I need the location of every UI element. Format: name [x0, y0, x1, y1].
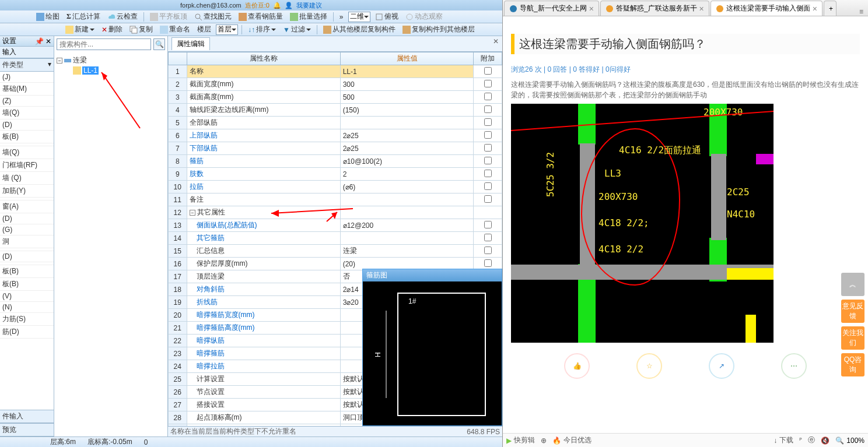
feedback-button[interactable]: 意见反馈 — [841, 300, 864, 323]
rebar-button[interactable]: 查看钢筋量 — [236, 11, 285, 23]
category-item[interactable]: (J) — [0, 72, 54, 83]
propval-cell[interactable]: (150) — [340, 104, 474, 117]
propval-cell[interactable] — [340, 117, 474, 129]
close-icon[interactable]: ✕ — [493, 37, 499, 45]
copy-to-floor-button[interactable]: 复制构件到其他楼层 — [400, 24, 477, 36]
extra-checkbox[interactable] — [484, 105, 492, 113]
tab-close-icon[interactable]: × — [589, 4, 594, 13]
new-tab-button[interactable]: + — [824, 1, 836, 16]
property-row[interactable]: 4轴线距梁左边线距离(mm)(150) — [169, 104, 502, 117]
props-tab[interactable]: 属性编辑 — [172, 37, 210, 50]
extra-checkbox[interactable] — [484, 221, 492, 228]
property-row[interactable]: 13侧面纵筋(总配筋值)⌀12@200 — [169, 219, 502, 232]
feedback-link[interactable]: 我要建议 — [296, 1, 322, 10]
fav-button[interactable]: ☆ — [636, 353, 662, 379]
tab-close-icon[interactable]: × — [699, 4, 704, 13]
propval-cell[interactable] — [340, 206, 474, 219]
pin-icon[interactable]: 📌 ✕ — [35, 37, 51, 45]
copy-button[interactable]: 复制 — [127, 24, 155, 36]
browser-tab[interactable]: 答疑解惑_广联达服务新干× — [600, 1, 709, 16]
propval-cell[interactable]: ⌀12@200 — [340, 219, 474, 232]
category-item[interactable]: 板(B) — [0, 131, 54, 143]
extra-checkbox[interactable] — [484, 234, 492, 241]
property-row[interactable]: 15汇总信息连梁 — [169, 245, 502, 258]
extra-cell[interactable] — [474, 181, 502, 193]
more-button[interactable]: » — [337, 11, 346, 23]
category-item[interactable]: 墙(Q) — [0, 146, 54, 159]
property-row[interactable]: 3截面高度(mm)500 — [169, 91, 502, 104]
extra-checkbox[interactable] — [484, 170, 492, 177]
sort-button[interactable]: ↓↑排序 — [246, 24, 278, 36]
extra-checkbox[interactable] — [484, 118, 492, 126]
property-row[interactable]: 8箍筋⌀10@100(2) — [169, 155, 502, 168]
find-button[interactable]: 查找图元 — [192, 11, 234, 23]
ie-mode-button[interactable]: ⓔ — [808, 435, 815, 445]
category-item[interactable]: 板(B) — [0, 265, 54, 278]
propval-cell[interactable]: 2⌀25 — [340, 142, 474, 155]
quickclip-button[interactable]: ▶快剪辑 — [506, 435, 535, 445]
back-to-top-button[interactable]: ︽ — [841, 273, 864, 296]
category-item[interactable]: 窗(A) — [0, 200, 54, 213]
collapse-icon[interactable]: − — [57, 58, 62, 64]
category-item[interactable]: 加筋(Y) — [0, 185, 54, 198]
input-header[interactable]: 输入 — [0, 47, 54, 58]
propval-cell[interactable]: ⌀10@100(2) — [340, 155, 474, 168]
search-input[interactable] — [57, 38, 151, 50]
cloud-check-button[interactable]: 云检查 — [105, 11, 140, 23]
add-fav-button[interactable]: ⊕ — [541, 437, 547, 445]
propval-cell[interactable]: 300 — [340, 78, 474, 91]
property-row[interactable]: 14其它箍筋 — [169, 232, 502, 245]
copy-from-floor-button[interactable]: 从其他楼层复制构件 — [321, 24, 398, 36]
property-row[interactable]: 6上部纵筋2⌀25 — [169, 129, 502, 142]
property-row[interactable]: 1名称LL-1 — [169, 65, 502, 78]
browser-tab[interactable]: 这根连梁需要手动输入侧面× — [710, 1, 822, 16]
browser-tab[interactable]: 导航_新一代安全上网× — [504, 1, 599, 16]
propval-cell[interactable] — [340, 232, 474, 245]
extra-cell[interactable] — [474, 104, 502, 117]
category-item[interactable]: 基础(M) — [0, 83, 54, 96]
preview-tab[interactable]: 预览 — [0, 423, 54, 437]
tree-child-node[interactable]: LL-1 — [57, 66, 165, 75]
category-item[interactable]: 洞 — [0, 235, 54, 248]
extra-checkbox[interactable] — [484, 195, 492, 203]
flatten-button[interactable]: 平齐板顶 — [148, 11, 190, 23]
batch-button[interactable]: 批量选择 — [288, 11, 330, 23]
property-row[interactable]: 5全部纵筋 — [169, 117, 502, 129]
sum-button[interactable]: Σ 汇总计算 — [64, 11, 103, 23]
delete-button[interactable]: ✕删除 — [99, 24, 125, 36]
qq-button[interactable]: QQ咨询 — [841, 353, 864, 376]
hotpick-button[interactable]: 🔥今日优选 — [552, 435, 592, 445]
dim-combo[interactable]: 二维 — [348, 12, 370, 22]
category-header[interactable]: 件类型 ▾ — [0, 58, 54, 72]
draw-button[interactable]: 绘图 — [34, 11, 62, 23]
extra-cell[interactable] — [474, 155, 502, 168]
category-item[interactable]: (D) — [0, 213, 54, 224]
extra-cell[interactable] — [474, 65, 502, 78]
extra-cell[interactable] — [474, 168, 502, 181]
category-item[interactable]: (N) — [0, 302, 54, 313]
category-item[interactable]: 筋(D) — [0, 326, 54, 339]
extra-cell[interactable] — [474, 142, 502, 155]
share-button[interactable]: ↗ — [709, 353, 734, 379]
extra-checkbox[interactable] — [484, 247, 492, 254]
property-row[interactable]: 11备注 — [169, 193, 502, 206]
tree-root-node[interactable]: − 连梁 — [57, 55, 165, 66]
floor-combo[interactable]: 首层 — [216, 24, 238, 35]
extra-cell[interactable] — [474, 78, 502, 91]
propval-cell[interactable]: 500 — [340, 91, 474, 104]
extra-cell[interactable] — [474, 91, 502, 104]
settings-header[interactable]: 设置📌 ✕ — [0, 36, 54, 47]
extra-checkbox[interactable] — [484, 259, 492, 267]
tab-close-icon[interactable]: × — [813, 4, 817, 13]
extra-cell[interactable] — [474, 206, 502, 219]
category-item[interactable]: 力筋(S) — [0, 313, 54, 326]
like-button[interactable]: 👍 — [564, 353, 590, 379]
dynamic-view-button[interactable]: 动态观察 — [403, 11, 445, 23]
pip-button[interactable]: ᴾ — [799, 437, 802, 445]
extra-checkbox[interactable] — [484, 144, 492, 152]
rename-button[interactable]: 重命名 — [158, 24, 192, 36]
property-row[interactable]: 9肢数2 — [169, 168, 502, 181]
download-button[interactable]: ↓ 下载 — [774, 435, 793, 445]
zoom-control[interactable]: 🔍 100% — [835, 437, 864, 445]
propval-cell[interactable]: 2⌀25 — [340, 129, 474, 142]
